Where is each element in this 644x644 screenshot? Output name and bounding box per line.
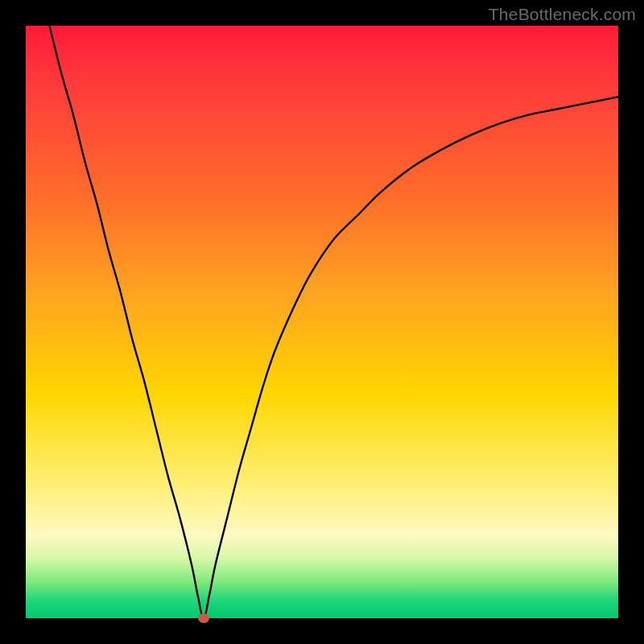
bottleneck-curve [26, 26, 618, 618]
minimum-marker-icon [198, 613, 209, 623]
watermark-label: TheBottleneck.com [489, 5, 636, 24]
outer-frame: TheBottleneck.com [0, 0, 644, 644]
gradient-plot-area [26, 26, 618, 618]
